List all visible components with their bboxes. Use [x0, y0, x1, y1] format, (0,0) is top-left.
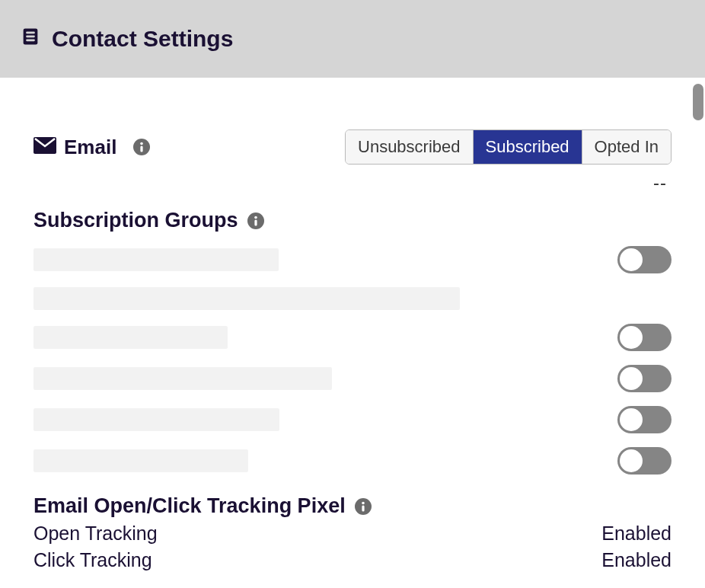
open-tracking-row: Open Tracking Enabled	[33, 522, 672, 545]
manage-settings-link[interactable]: here	[374, 585, 414, 588]
manage-prefix: Manage this workspace's email settings	[33, 585, 374, 588]
content-area: Email UnsubscribedSubscribedOpted In -- …	[0, 78, 705, 588]
subscription-group-toggle[interactable]	[617, 246, 672, 273]
subscription-group-toggle[interactable]	[617, 324, 672, 351]
page-header: Contact Settings	[0, 0, 705, 78]
email-status-opted-in[interactable]: Opted In	[582, 130, 671, 164]
svg-point-5	[141, 142, 144, 145]
svg-rect-3	[26, 39, 35, 41]
open-tracking-label: Open Tracking	[33, 522, 158, 545]
subscription-group-toggle[interactable]	[617, 365, 672, 392]
svg-rect-2	[26, 35, 35, 37]
svg-rect-12	[362, 505, 364, 511]
subscription-group-row	[33, 447, 672, 475]
svg-point-8	[254, 216, 257, 219]
email-status-unsubscribed[interactable]: Unsubscribed	[346, 130, 474, 164]
click-tracking-value: Enabled	[601, 549, 672, 571]
info-icon[interactable]	[355, 498, 372, 515]
svg-rect-6	[141, 146, 143, 152]
email-icon	[33, 136, 56, 159]
subscription-group-row	[33, 287, 672, 310]
email-section-row: Email UnsubscribedSubscribedOpted In	[33, 129, 672, 165]
scrollbar-thumb[interactable]	[693, 84, 703, 120]
page-title-container: Contact Settings	[20, 26, 233, 53]
subscription-group-row	[33, 324, 672, 351]
email-status-subscribed[interactable]: Subscribed	[474, 130, 582, 164]
subscription-group-name-placeholder	[33, 408, 279, 431]
svg-rect-9	[254, 219, 257, 225]
email-status-segmented: UnsubscribedSubscribedOpted In	[345, 129, 672, 165]
manage-suffix: .	[413, 585, 419, 588]
subscription-group-toggle[interactable]	[617, 447, 672, 475]
subscription-groups-title: Subscription Groups	[33, 209, 672, 232]
subscription-group-name-placeholder	[33, 287, 460, 310]
click-tracking-label: Click Tracking	[33, 549, 152, 571]
subscription-group-name-placeholder	[33, 449, 248, 472]
subscription-group-row	[33, 246, 672, 273]
email-meta-value: --	[33, 172, 667, 193]
svg-point-11	[362, 501, 365, 504]
contacts-book-icon	[20, 26, 41, 53]
page-title: Contact Settings	[52, 26, 233, 52]
email-label-text: Email	[64, 136, 116, 159]
manage-settings-text: Manage this workspace's email settings h…	[33, 585, 672, 588]
subscription-groups-title-text: Subscription Groups	[33, 209, 238, 232]
subscription-group-toggle[interactable]	[617, 406, 672, 433]
subscription-group-row	[33, 365, 672, 392]
subscription-group-name-placeholder	[33, 248, 279, 271]
info-icon[interactable]	[133, 139, 150, 155]
subscription-group-row	[33, 406, 672, 433]
email-section-label: Email	[33, 136, 150, 159]
tracking-section-title: Email Open/Click Tracking Pixel	[33, 494, 672, 518]
subscription-group-name-placeholder	[33, 367, 332, 390]
subscription-groups-list	[33, 246, 672, 475]
click-tracking-row: Click Tracking Enabled	[33, 549, 672, 571]
open-tracking-value: Enabled	[601, 522, 672, 545]
svg-rect-1	[26, 31, 35, 34]
subscription-group-name-placeholder	[33, 326, 228, 349]
info-icon[interactable]	[247, 213, 264, 229]
tracking-title-text: Email Open/Click Tracking Pixel	[33, 494, 346, 518]
